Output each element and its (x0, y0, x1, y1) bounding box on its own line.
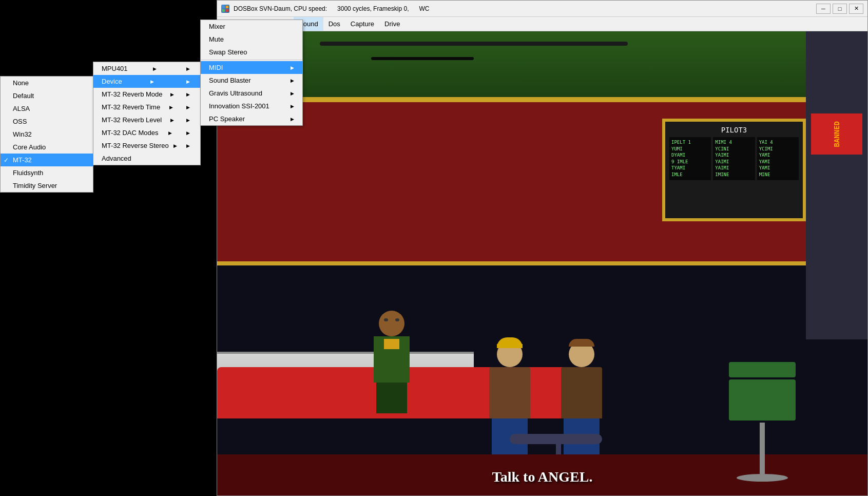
app-icon (221, 5, 229, 13)
title-wc: WC (419, 5, 429, 12)
device-none[interactable]: None (1, 77, 93, 89)
menu-entry-advanced[interactable]: Advanced (93, 152, 200, 165)
menu-divider (201, 60, 302, 60)
device-core-audio[interactable]: Core Audio (1, 141, 93, 154)
submenu-arrow-icon: ▶ (170, 118, 174, 123)
menu-bar: Main Cpu Video Sound Dos Capture Drive (217, 17, 867, 31)
svg-rect-1 (226, 6, 228, 8)
close-button[interactable]: ✕ (849, 4, 863, 14)
svg-rect-0 (222, 6, 225, 8)
score-cell: YAI 4YCIMIYAMIYAMIYAMIMINE (757, 137, 799, 180)
menu-entry-midi[interactable]: MIDI (201, 61, 302, 74)
svg-rect-2 (222, 9, 225, 12)
minimize-button[interactable]: ─ (816, 4, 831, 14)
scoreboard: PILOT3 IPELT 1YUMIDYAMI9 IMLETYAMIIMLE M… (662, 119, 806, 221)
menu-entry-mt32-reverse-stereo[interactable]: MT-32 Reverse Stereo ▶ (93, 139, 200, 152)
title-cpu: 3000 cycles, Frameskip 0, (337, 5, 409, 12)
device-alsa[interactable]: ALSA (1, 102, 93, 115)
menu-entry-gravis[interactable]: Gravis Ultrasound (201, 87, 302, 100)
score-cell: MIMI 4YCINIYAIMIYAIMIYAIMIIMINE (713, 137, 755, 180)
svg-rect-3 (226, 9, 228, 12)
midi-submenu: MPU401 ▶ Device ▶ MT-32 Reverb Mode ▶ MT… (93, 62, 201, 165)
device-win32[interactable]: Win32 (1, 128, 93, 141)
title-main: DOSBox SVN-Daum, CPU speed: (234, 5, 327, 12)
submenu-arrow-icon: ▶ (168, 130, 172, 136)
score-cell: IPELT 1YUMIDYAMI9 IMLETYAMIIMLE (669, 137, 711, 180)
menu-entry-swap-stereo[interactable]: Swap Stereo (201, 46, 302, 59)
device-submenu: None Default ALSA OSS Win32 Core Audio M… (0, 76, 93, 193)
device-fluidsynth[interactable]: Fluidsynth (1, 166, 93, 179)
device-oss[interactable]: OSS (1, 115, 93, 128)
menu-entry-device[interactable]: Device ▶ (93, 75, 200, 88)
talk-text: Talk to ANGEL. (492, 469, 593, 485)
menu-capture[interactable]: Capture (345, 17, 379, 31)
menu-entry-mpu401[interactable]: MPU401 ▶ (93, 62, 200, 75)
game-scene: BANNED PILOT3 IPELT 1YUMIDYAMI9 IMLETYAM… (217, 31, 867, 495)
menu-entry-mute[interactable]: Mute (201, 33, 302, 46)
menu-entry-mt32-dac-modes[interactable]: MT-32 DAC Modes ▶ (93, 126, 200, 139)
submenu-arrow-icon: ▶ (173, 143, 177, 148)
device-default[interactable]: Default (1, 89, 93, 102)
dosbox-window: DOSBox SVN-Daum, CPU speed: 3000 cycles,… (217, 0, 868, 496)
title-text: DOSBox SVN-Daum, CPU speed: 3000 cycles,… (234, 5, 816, 12)
title-controls: ─ □ ✕ (816, 4, 863, 14)
character-1 (366, 311, 417, 413)
maximize-button[interactable]: □ (833, 4, 847, 14)
menus-container: Mixer Mute Swap Stereo MIDI Sound Blaste… (0, 0, 217, 221)
title-bar: DOSBox SVN-Daum, CPU speed: 3000 cycles,… (217, 1, 867, 17)
menu-dos[interactable]: Dos (323, 17, 345, 31)
menu-entry-mt32-reverb-mode[interactable]: MT-32 Reverb Mode ▶ (93, 88, 200, 101)
submenu-arrow-icon: ▶ (153, 66, 157, 71)
device-timidity-server[interactable]: Timidity Server (1, 179, 93, 192)
chair (724, 362, 801, 465)
scoreboard-grid: IPELT 1YUMIDYAMI9 IMLETYAMIIMLE MIMI 4YC… (669, 137, 799, 180)
submenu-arrow-icon: ▶ (170, 92, 174, 97)
game-area: BANNED PILOT3 IPELT 1YUMIDYAMI9 IMLETYAM… (217, 31, 867, 495)
scoreboard-title: PILOT3 (669, 126, 799, 134)
menu-entry-sound-blaster[interactable]: Sound Blaster (201, 74, 302, 87)
submenu-arrow-icon: ▶ (169, 105, 173, 110)
menu-entry-mt32-reverb-level[interactable]: MT-32 Reverb Level ▶ (93, 113, 200, 126)
device-mt32[interactable]: MT-32 (1, 154, 93, 166)
menu-entry-pc-speaker[interactable]: PC Speaker (201, 112, 302, 125)
menu-entry-mixer[interactable]: Mixer (201, 20, 302, 33)
menu-drive[interactable]: Drive (379, 17, 405, 31)
menu-entry-innovation[interactable]: Innovation SSI-2001 (201, 100, 302, 112)
menu-entry-mt32-reverb-time[interactable]: MT-32 Reverb Time ▶ (93, 101, 200, 113)
sound-dropdown-menu: Mixer Mute Swap Stereo MIDI Sound Blaste… (200, 20, 303, 126)
submenu-arrow-icon: ▶ (150, 79, 154, 84)
